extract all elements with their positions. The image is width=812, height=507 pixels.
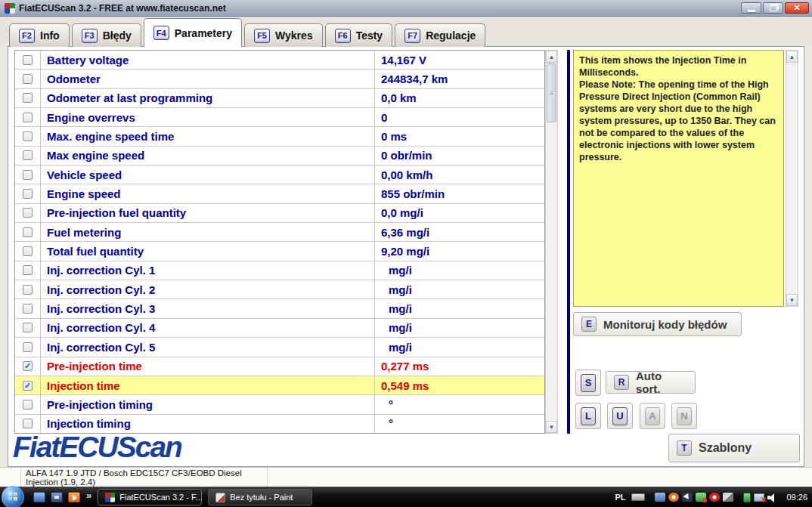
table-row[interactable]: ✓Injection time0,549 ms <box>15 376 544 394</box>
table-row[interactable]: Total fuel quantity9,20 mg/i <box>15 241 544 260</box>
scroll-up-icon[interactable]: ▲ <box>546 51 557 63</box>
tab-testy[interactable]: F6Testy <box>325 23 393 47</box>
row-checkbox[interactable] <box>23 342 33 352</box>
content-panel: Battery voltage14,167 VOdometer244834,7 … <box>8 46 804 467</box>
minimize-button[interactable] <box>741 2 761 14</box>
table-row[interactable]: Engine overrevs0 <box>15 107 544 126</box>
auto-sort-button[interactable]: R Auto sort. <box>606 371 696 394</box>
tab-błędy[interactable]: F3Błędy <box>72 23 141 47</box>
tab-label: Parametery <box>175 27 232 39</box>
checkbox-cell <box>15 165 41 184</box>
table-row[interactable]: Odometer at last programming0,0 km <box>15 88 544 107</box>
monitor-icon[interactable] <box>33 492 45 502</box>
scroll-down-icon[interactable]: ▼ <box>546 421 557 433</box>
checkbox-cell <box>15 184 41 202</box>
orange-update-icon[interactable] <box>668 493 679 502</box>
tab-parametery[interactable]: F4Parametery <box>144 18 242 47</box>
table-row[interactable]: Inj. correction Cyl. 2mg/i <box>15 280 544 298</box>
param-value: mg/i <box>374 338 544 356</box>
restore-button[interactable] <box>763 2 783 14</box>
row-checkbox[interactable] <box>23 189 33 199</box>
table-row[interactable]: Pre-injection timing° <box>15 394 544 413</box>
quick-launch-overflow-chevron[interactable]: » <box>86 490 91 501</box>
antivirus-icon[interactable] <box>709 493 720 502</box>
row-checkbox[interactable] <box>23 170 33 180</box>
checkbox-cell <box>15 204 41 222</box>
volume-icon[interactable] <box>767 493 779 502</box>
key-s-badge: S <box>581 374 596 392</box>
taskbar-button[interactable]: Bez tytułu - Paint <box>208 489 312 505</box>
row-checkbox[interactable] <box>23 131 33 141</box>
table-row[interactable]: Fuel metering6,36 mg/i <box>15 222 544 241</box>
checkbox-cell <box>15 261 41 280</box>
key-u-button[interactable]: U <box>607 403 633 429</box>
row-checkbox[interactable] <box>23 285 33 295</box>
monitor-button-label: Monitoruj kody błędów <box>603 318 727 331</box>
param-value: 14,167 V <box>374 51 544 69</box>
key-l-button[interactable]: L <box>575 403 601 429</box>
signal-icon[interactable] <box>696 493 706 502</box>
checkbox-cell <box>15 299 41 317</box>
checkbox-cell <box>15 70 41 88</box>
monitor-error-codes-button[interactable]: E Monitoruj kody błędów <box>573 312 742 336</box>
scroll-down-icon[interactable]: ▼ <box>786 294 798 306</box>
row-checkbox[interactable]: ✓ <box>23 361 33 371</box>
pointer-icon[interactable] <box>682 493 693 502</box>
table-row[interactable]: Battery voltage14,167 V <box>15 51 544 69</box>
key-a-button[interactable]: A <box>640 403 665 429</box>
row-checkbox[interactable] <box>23 113 33 122</box>
power-icon[interactable] <box>743 493 751 502</box>
tab-wykres[interactable]: F5Wykres <box>244 23 323 47</box>
param-value: 9,20 mg/i <box>374 242 544 260</box>
blue-app-icon[interactable] <box>655 493 665 502</box>
row-checkbox[interactable] <box>23 208 33 218</box>
tab-info[interactable]: F2Info <box>9 23 70 47</box>
row-checkbox[interactable] <box>23 323 33 332</box>
row-checkbox[interactable] <box>23 265 33 275</box>
window-controls <box>741 2 809 14</box>
table-row[interactable]: Vehicle speed0,00 km/h <box>15 165 544 184</box>
table-row[interactable]: Pre-injection fuel quantity0,0 mg/i <box>15 203 544 222</box>
tab-bar: F2InfoF3BłędyF4ParameteryF5WykresF6Testy… <box>9 18 485 47</box>
close-button[interactable] <box>785 2 809 14</box>
row-checkbox[interactable] <box>23 246 33 256</box>
key-n-button[interactable]: N <box>671 403 697 429</box>
table-row[interactable]: Inj. correction Cyl. 5mg/i <box>15 337 544 356</box>
info-scrollbar[interactable]: ▲ ▼ <box>786 50 798 307</box>
table-scrollbar[interactable]: ▲ ≡ ▼ <box>545 50 558 434</box>
row-checkbox[interactable] <box>23 74 33 84</box>
scrollbar-thumb[interactable]: ≡ <box>547 63 556 122</box>
language-indicator[interactable]: PL <box>615 493 625 502</box>
table-row[interactable]: Odometer244834,7 km <box>15 69 544 88</box>
row-checkbox[interactable] <box>23 227 33 237</box>
table-row[interactable]: Inj. correction Cyl. 4mg/i <box>15 318 544 337</box>
scroll-up-icon[interactable]: ▲ <box>786 51 798 63</box>
row-checkbox[interactable]: ✓ <box>23 381 33 391</box>
row-checkbox[interactable] <box>23 400 33 410</box>
checkbox-cell <box>15 338 41 356</box>
start-button[interactable] <box>2 486 24 507</box>
gray-app-icon[interactable] <box>723 493 733 502</box>
templates-button[interactable]: T Szablony <box>668 434 800 462</box>
row-checkbox[interactable] <box>23 93 33 103</box>
table-row[interactable]: Max. engine speed time0 ms <box>15 126 544 145</box>
taskbar-button[interactable]: FiatECUScan 3.2 - F... <box>98 489 202 505</box>
network-offline-icon[interactable] <box>754 493 764 502</box>
media-player-icon[interactable] <box>68 492 80 502</box>
table-row[interactable]: Inj. correction Cyl. 3mg/i <box>15 298 544 317</box>
table-row[interactable]: ✓Pre-injection time0,277 ms <box>15 357 544 376</box>
table-row[interactable]: Engine speed855 obr/min <box>15 184 544 202</box>
table-row[interactable]: Max engine speed0 obr/min <box>15 146 544 165</box>
screen: FiatECUScan 3.2 - FREE at www.fiatecusca… <box>0 0 812 507</box>
checkbox-cell <box>15 242 41 260</box>
row-checkbox[interactable] <box>23 419 33 428</box>
param-name: Battery voltage <box>41 51 374 69</box>
remote-desktop-icon[interactable] <box>51 492 63 502</box>
keyboard-icon[interactable] <box>631 493 645 501</box>
table-row[interactable]: Inj. correction Cyl. 1mg/i <box>15 261 544 280</box>
sort-button[interactable]: S <box>575 369 601 396</box>
tab-regulacje[interactable]: F7Regulacje <box>395 23 485 47</box>
row-checkbox[interactable] <box>23 55 33 65</box>
row-checkbox[interactable] <box>23 150 33 160</box>
row-checkbox[interactable] <box>23 304 33 314</box>
